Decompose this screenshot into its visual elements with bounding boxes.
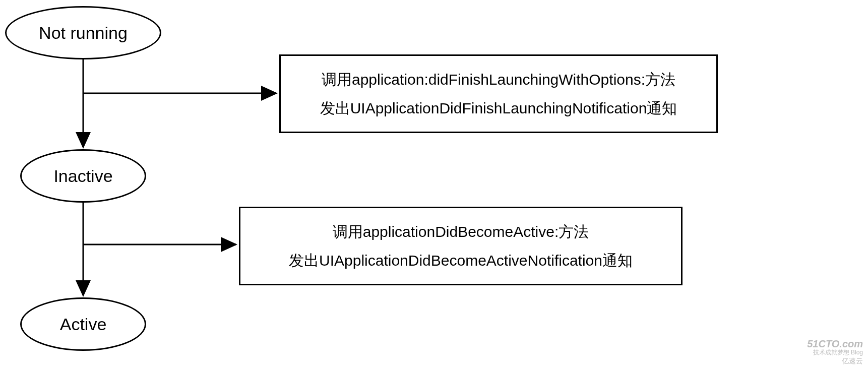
watermark-tagline: 技术成就梦想 Blog [807, 349, 863, 356]
state-active: Active [20, 297, 146, 351]
watermark-provider: 亿速云 [807, 357, 863, 365]
annotation-launch-line2: 发出UIApplicationDidFinishLaunchingNotific… [293, 94, 704, 122]
state-not-running: Not running [5, 6, 161, 59]
annotation-become-active-line2: 发出UIApplicationDidBecomeActiveNotificati… [253, 246, 669, 275]
annotation-become-active: 调用applicationDidBecomeActive:方法 发出UIAppl… [239, 207, 683, 285]
state-inactive-label: Inactive [53, 166, 112, 186]
annotation-become-active-line1: 调用applicationDidBecomeActive:方法 [253, 217, 669, 246]
watermark-brand: 51CTO.com [807, 338, 863, 349]
watermark: 51CTO.com 技术成就梦想 Blog 亿速云 [807, 338, 863, 365]
annotation-launch-line1: 调用application:didFinishLaunchingWithOpti… [293, 65, 704, 94]
state-not-running-label: Not running [39, 23, 128, 43]
annotation-launch: 调用application:didFinishLaunchingWithOpti… [279, 54, 718, 133]
state-inactive: Inactive [20, 149, 146, 203]
state-active-label: Active [60, 315, 107, 334]
